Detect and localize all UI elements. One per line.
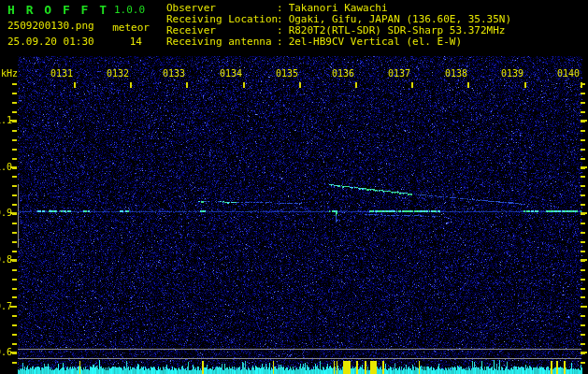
freq-axis-unit: kHz <box>1 68 18 79</box>
info-label: Receiving antenna <box>166 36 277 48</box>
time-tick-label: 0133 <box>163 68 185 79</box>
hrofft-output-window: H R O F F T 1.0.0 2509200130.png meteor … <box>0 0 588 374</box>
time-tick-label: 0137 <box>388 68 410 79</box>
time-tick-label: 0139 <box>501 68 523 79</box>
freq-tick-label: 0.7 <box>0 301 12 311</box>
freq-tick-label: 1.1 <box>0 115 12 125</box>
time-tick-label: 0140 <box>557 68 580 79</box>
time-tick-label: 0138 <box>445 68 467 79</box>
time-tick-label: 0131 <box>50 68 73 79</box>
time-tick-label: 0132 <box>107 68 129 79</box>
info-value: 2el-HB9CV Vertical (el. E-W) <box>289 36 462 48</box>
freq-tick-label: 0.9 <box>0 208 12 218</box>
meteor-count-value: 14 <box>130 36 142 48</box>
time-tick-label: 0134 <box>220 68 242 79</box>
mode-label: meteor <box>112 22 150 34</box>
app-version: 1.0.0 <box>114 4 145 16</box>
observation-datetime: 25.09.20 01:30 <box>7 36 94 48</box>
freq-tick-label: 0.6 <box>0 347 12 357</box>
freq-tick-label: 0.8 <box>0 254 12 265</box>
time-tick-label: 0135 <box>276 68 298 79</box>
app-title: H R O F F T <box>7 3 108 17</box>
spectrogram-canvas <box>0 0 588 374</box>
output-filename: 2509200130.png <box>7 21 94 32</box>
info-row-antenna: Receiving antenna:2el-HB9CV Vertical (el… <box>166 36 462 48</box>
colon-separator: : <box>277 36 283 48</box>
time-tick-label: 0136 <box>332 68 354 79</box>
freq-tick-label: 1.0 <box>0 162 12 172</box>
